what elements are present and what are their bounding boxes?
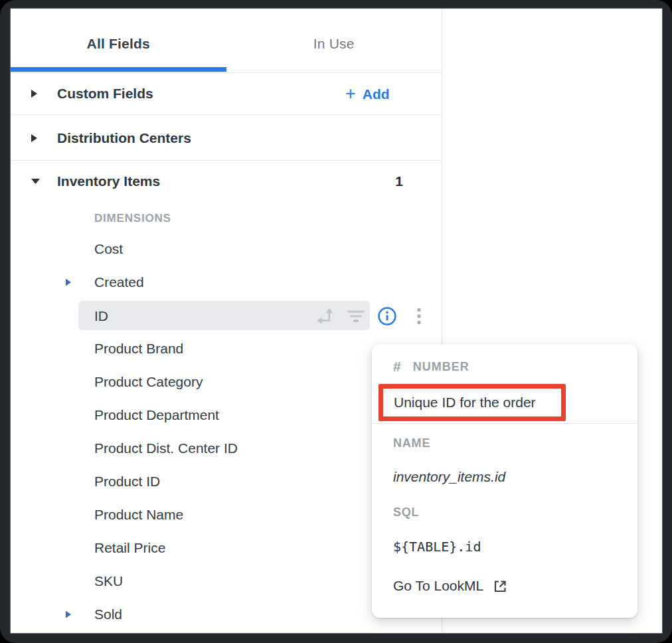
section-distribution-centers-label: Distribution Centers <box>57 130 191 146</box>
field-row-cost[interactable]: Cost <box>11 234 442 264</box>
field-label[interactable]: SKU <box>94 573 123 589</box>
sql-section-label: SQL <box>393 505 419 519</box>
field-label[interactable]: Product Dist. Center ID <box>94 440 238 456</box>
popover-divider <box>372 423 637 424</box>
field-sql-value: ${TABLE}.id <box>393 539 481 555</box>
field-type-row: # NUMBER <box>393 359 469 375</box>
add-custom-field-button[interactable]: + Add <box>345 85 390 103</box>
add-custom-field-label: Add <box>363 86 390 102</box>
info-icon[interactable] <box>377 306 397 326</box>
field-row-id[interactable]: ID <box>11 301 442 331</box>
tab-all-fields-label: All Fields <box>87 36 150 52</box>
field-row-created[interactable]: Created <box>11 267 442 298</box>
field-label[interactable]: Product Name <box>94 507 183 523</box>
field-details-popover: # NUMBER Unique ID for the order NAME in… <box>372 344 637 618</box>
field-name-value: inventory_items.id <box>393 469 505 485</box>
field-label[interactable]: Created <box>94 274 144 290</box>
caret-right-icon[interactable] <box>31 134 38 143</box>
number-type-icon: # <box>393 359 401 375</box>
caret-right-icon[interactable] <box>31 89 38 98</box>
section-inventory-items[interactable]: Inventory Items 1 <box>11 161 442 201</box>
plus-icon: + <box>345 85 356 103</box>
field-picker-tabbar: All Fields In Use <box>11 9 442 73</box>
tab-in-use-label: In Use <box>313 36 355 52</box>
go-to-lookml-label: Go To LookML <box>393 578 483 594</box>
section-custom-fields[interactable]: Custom Fields + Add <box>11 73 442 115</box>
more-options-icon[interactable] <box>416 308 422 325</box>
caret-right-icon[interactable] <box>65 610 72 619</box>
name-section-label: NAME <box>393 436 430 450</box>
field-label[interactable]: Product Brand <box>94 341 183 357</box>
caret-right-icon[interactable] <box>65 278 72 287</box>
field-label[interactable]: Product Category <box>94 374 203 390</box>
field-label[interactable]: Cost <box>94 241 123 257</box>
tab-in-use[interactable]: In Use <box>226 9 442 72</box>
caret-down-icon[interactable] <box>31 178 41 185</box>
fields-in-use-count: 1 <box>379 173 403 189</box>
filter-icon[interactable] <box>347 310 365 323</box>
field-label[interactable]: ID <box>94 308 108 324</box>
section-inventory-items-label: Inventory Items <box>57 173 160 189</box>
field-label[interactable]: Product ID <box>94 474 160 490</box>
annotation-highlight: Unique ID for the order <box>378 384 566 421</box>
dimensions-group-header: DIMENSIONS <box>94 212 171 225</box>
screenshot-frame: All Fields In Use Custom Fields + Add Di… <box>0 0 672 643</box>
pivot-icon[interactable] <box>317 308 334 325</box>
app-window: All Fields In Use Custom Fields + Add Di… <box>11 9 662 633</box>
field-description: Unique ID for the order <box>383 395 536 411</box>
field-type-label: NUMBER <box>413 360 469 374</box>
go-to-lookml-link[interactable]: Go To LookML <box>393 578 508 594</box>
active-tab-underline <box>11 67 226 72</box>
tab-all-fields[interactable]: All Fields <box>11 9 226 72</box>
field-label[interactable]: Sold <box>94 606 122 622</box>
field-label[interactable]: Product Department <box>94 407 219 423</box>
external-link-icon <box>493 579 508 594</box>
field-label[interactable]: Retail Price <box>94 540 165 556</box>
section-custom-fields-label: Custom Fields <box>57 86 153 102</box>
section-distribution-centers[interactable]: Distribution Centers <box>11 116 442 161</box>
